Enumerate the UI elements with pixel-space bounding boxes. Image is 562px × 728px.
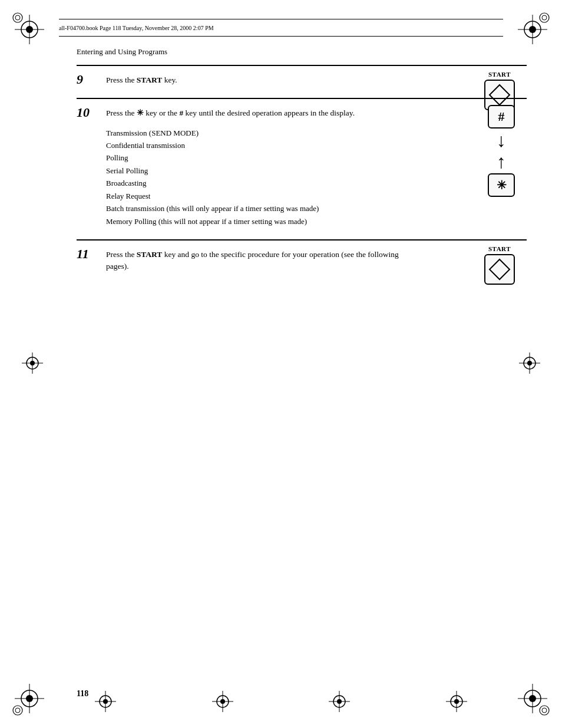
main-content: 9 Press the START key. START 10 Press th…	[77, 65, 527, 669]
svg-point-3	[26, 26, 33, 33]
hash-symbol: #	[498, 109, 505, 124]
svg-point-4	[13, 13, 22, 22]
header-text: all-F04700.book Page 118 Tuesday, Novemb…	[59, 24, 214, 32]
arrow-down-icon: ↓	[497, 131, 506, 150]
step-11-diamond-icon	[489, 259, 511, 281]
bottom-mark-4	[445, 690, 468, 713]
bottom-mark-3	[328, 690, 351, 713]
svg-point-35	[103, 699, 108, 704]
step-10-number: 10	[77, 105, 90, 120]
step-9-text: Press the START key.	[106, 74, 421, 86]
svg-point-47	[454, 699, 459, 704]
step-10-hash-bold: #	[179, 108, 183, 117]
step-9-key-label: START	[484, 71, 515, 78]
op-6: Relay Request	[106, 190, 421, 202]
step-10-star-bold: ✳	[137, 108, 144, 117]
step-9-start-bold: START	[137, 75, 163, 84]
step-10-keys-container: # ↓ ↑ ✳	[488, 105, 515, 197]
op-3: Polling	[106, 151, 421, 164]
hash-key-button: #	[488, 105, 515, 129]
step-9-section: 9 Press the START key. START	[77, 65, 527, 98]
step-9-content: Press the START key.	[106, 74, 421, 86]
corner-mark-tl	[12, 12, 47, 47]
step-11-text: Press the START key and go to the specif…	[106, 249, 421, 273]
arrow-up-icon: ↑	[497, 152, 506, 171]
step-10-section: 10 Press the ✳ key or the # key until th…	[77, 98, 527, 239]
bottom-mark-2	[211, 690, 234, 713]
step-11-number: 11	[77, 246, 89, 262]
hash-key-wrapper: #	[488, 105, 515, 129]
svg-point-27	[30, 361, 35, 365]
step-11-start-bold: START	[137, 250, 163, 259]
op-4: Serial Polling	[106, 164, 421, 177]
svg-point-43	[337, 699, 342, 704]
star-symbol: ✳	[497, 178, 507, 192]
svg-point-11	[542, 15, 547, 20]
page-heading: Entering and Using Programs	[77, 47, 167, 57]
step-9-number: 9	[77, 72, 83, 87]
bottom-mark-1	[94, 690, 117, 713]
op-1: Transmission (SEND MODE)	[106, 127, 421, 139]
op-5: Broadcasting	[106, 177, 421, 189]
step-11-key-button	[484, 254, 515, 285]
op-8: Memory Polling (this will not appear if …	[106, 215, 421, 228]
step-11-content: Press the START key and go to the specif…	[106, 249, 421, 273]
corner-mark-tr	[515, 12, 550, 47]
operation-list: Transmission (SEND MODE) Confidential tr…	[106, 127, 421, 228]
step-10-content: Press the ✳ key or the # key until the d…	[106, 107, 421, 228]
step-11-key-container: START	[484, 245, 515, 285]
top-bar: all-F04700.book Page 118 Tuesday, Novemb…	[59, 19, 503, 37]
svg-point-39	[220, 699, 225, 704]
svg-point-10	[540, 13, 549, 22]
svg-point-9	[529, 26, 536, 33]
star-key-button: ✳	[488, 173, 515, 197]
bottom-inner-marks	[0, 690, 562, 713]
star-key-wrapper: ✳	[488, 173, 515, 197]
svg-point-31	[527, 361, 532, 365]
svg-point-5	[15, 15, 20, 20]
side-mark-left	[21, 351, 44, 377]
step-11-section: 11 Press the START key and go to the spe…	[77, 239, 527, 285]
op-2: Confidential transmission	[106, 139, 421, 151]
step-10-text: Press the ✳ key or the # key until the d…	[106, 107, 421, 119]
op-7: Batch transmission (this will only appea…	[106, 202, 421, 215]
step-11-key-label: START	[484, 245, 515, 252]
